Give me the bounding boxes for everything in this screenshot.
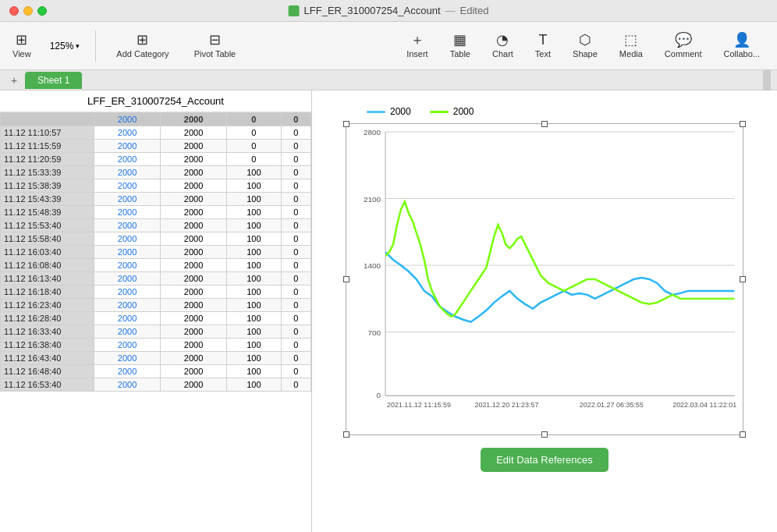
document-icon xyxy=(289,5,300,16)
table-row: 11.12 11:15:59 2000 2000 0 0 xyxy=(1,140,311,153)
cell-time: 11.12 16:33:40 xyxy=(1,325,94,339)
cell-time: 11.12 15:33:39 xyxy=(1,166,94,179)
close-button[interactable] xyxy=(9,6,19,16)
resize-handle-tr[interactable] xyxy=(740,121,746,127)
cell-c3: 100 xyxy=(227,365,281,378)
cell-time: 11.12 11:10:57 xyxy=(1,126,94,140)
cell-c3: 100 xyxy=(227,286,281,299)
svg-text:2022.01.27 06:35:55: 2022.01.27 06:35:55 xyxy=(580,401,644,409)
media-label: Media xyxy=(619,49,643,59)
view-button[interactable]: ⊞ View xyxy=(6,30,37,62)
svg-text:2100: 2100 xyxy=(364,195,381,204)
cell-c1: 2000 xyxy=(94,272,161,286)
sheet-tab-1[interactable]: Sheet 1 xyxy=(25,72,82,89)
pivot-table-button[interactable]: ⊟ Pivot Table xyxy=(186,30,244,62)
resize-handle-bm[interactable] xyxy=(541,431,548,438)
chart-legend: 2000 2000 xyxy=(367,106,474,117)
minimize-button[interactable] xyxy=(23,6,33,16)
cell-c4: 0 xyxy=(281,312,310,325)
collab-button[interactable]: 👤 Collabo... xyxy=(713,30,771,62)
legend-label-green: 2000 xyxy=(453,106,474,117)
comment-button[interactable]: 💬 Comment xyxy=(654,30,713,62)
shape-button[interactable]: ⬡ Shape xyxy=(562,30,608,62)
cell-time: 11.12 16:53:40 xyxy=(1,378,94,392)
resize-handle-mr[interactable] xyxy=(740,276,746,282)
table-row: 11.12 16:28:40 2000 2000 100 0 xyxy=(1,312,311,325)
cell-c2: 2000 xyxy=(161,193,227,206)
cell-c4: 0 xyxy=(281,339,310,352)
shape-icon: ⬡ xyxy=(579,33,591,47)
col-3-header: 0 xyxy=(227,113,281,126)
chart-container[interactable]: 2800 2100 1400 700 0 2021.11. xyxy=(346,123,743,435)
col-4-header: 0 xyxy=(281,113,310,126)
cell-c2: 2000 xyxy=(161,259,227,272)
chart-button[interactable]: ◔ Chart xyxy=(481,30,524,62)
resize-handle-ml[interactable] xyxy=(343,276,349,282)
pivot-table-icon: ⊟ xyxy=(209,33,221,47)
cell-c4: 0 xyxy=(281,232,310,246)
cell-c1: 2000 xyxy=(94,246,161,259)
legend-label-blue: 2000 xyxy=(390,106,411,117)
cell-c1: 2000 xyxy=(94,378,161,392)
cell-c2: 2000 xyxy=(161,339,227,352)
sheet-scroll xyxy=(763,70,771,90)
window-title-area: LFF_ER_310007254_Account — Edited xyxy=(289,5,489,16)
cell-c3: 100 xyxy=(227,299,281,312)
svg-text:1400: 1400 xyxy=(364,261,381,270)
main-content: LFF_ER_310007254_Account 2000 2000 0 0 1… xyxy=(0,90,777,532)
cell-c2: 2000 xyxy=(161,206,227,219)
traffic-lights xyxy=(9,6,47,16)
add-category-button[interactable]: ⊞ Add Category xyxy=(108,30,176,62)
cell-time: 11.12 15:58:40 xyxy=(1,232,94,246)
text-button[interactable]: T Text xyxy=(524,30,562,62)
toolbar-right: ＋ Insert ▦ Table ◔ Chart T Text ⬡ Shape … xyxy=(396,30,771,62)
table-row: 11.12 16:13:40 2000 2000 100 0 xyxy=(1,272,311,286)
cell-c2: 2000 xyxy=(161,378,227,392)
cell-c4: 0 xyxy=(281,325,310,339)
comment-label: Comment xyxy=(665,49,702,59)
cell-c3: 100 xyxy=(227,206,281,219)
resize-handle-bl[interactable] xyxy=(343,431,349,438)
col-2-header: 2000 xyxy=(161,113,227,126)
cell-c2: 2000 xyxy=(161,325,227,339)
resize-handle-br[interactable] xyxy=(740,431,746,438)
cell-c4: 0 xyxy=(281,352,310,365)
resize-handle-tl[interactable] xyxy=(343,121,349,127)
cell-c1: 2000 xyxy=(94,325,161,339)
svg-text:2021.12.20 21:23:57: 2021.12.20 21:23:57 xyxy=(474,401,538,409)
cell-c2: 2000 xyxy=(161,365,227,378)
edit-data-references-button[interactable]: Edit Data References xyxy=(481,448,608,472)
table-row: 11.12 15:53:40 2000 2000 100 0 xyxy=(1,219,311,232)
table-row: 11.12 16:48:40 2000 2000 100 0 xyxy=(1,365,311,378)
cell-c1: 2000 xyxy=(94,352,161,365)
cell-c4: 0 xyxy=(281,365,310,378)
table-row: 11.12 11:10:57 2000 2000 0 0 xyxy=(1,126,311,140)
text-icon: T xyxy=(538,33,547,47)
cell-c1: 2000 xyxy=(94,219,161,232)
add-sheet-button[interactable]: + xyxy=(6,73,22,88)
media-icon: ⬚ xyxy=(624,33,637,47)
cell-c4: 0 xyxy=(281,206,310,219)
maximize-button[interactable] xyxy=(37,6,47,16)
cell-c1: 2000 xyxy=(94,193,161,206)
svg-text:0: 0 xyxy=(377,391,381,399)
cell-c2: 2000 xyxy=(161,299,227,312)
media-button[interactable]: ⬚ Media xyxy=(608,30,654,62)
cell-time: 11.12 16:18:40 xyxy=(1,286,94,299)
insert-label: Insert xyxy=(406,49,428,59)
table-row: 11.12 16:18:40 2000 2000 100 0 xyxy=(1,286,311,299)
cell-c4: 0 xyxy=(281,153,310,166)
table-button[interactable]: ▦ Table xyxy=(439,30,481,62)
title-separator: — xyxy=(445,5,456,16)
zoom-value: 125% xyxy=(50,41,74,51)
resize-handle-tm[interactable] xyxy=(541,121,548,127)
cell-c3: 100 xyxy=(227,232,281,246)
chart-area: 2000 2000 xyxy=(312,90,777,532)
cell-c2: 2000 xyxy=(161,126,227,140)
cell-c4: 0 xyxy=(281,219,310,232)
insert-button[interactable]: ＋ Insert xyxy=(396,30,439,62)
zoom-button[interactable]: 125% ▾ xyxy=(47,39,83,53)
col-time-header xyxy=(1,113,94,126)
sheet-tabbar: + Sheet 1 xyxy=(0,70,777,90)
cell-c2: 2000 xyxy=(161,232,227,246)
